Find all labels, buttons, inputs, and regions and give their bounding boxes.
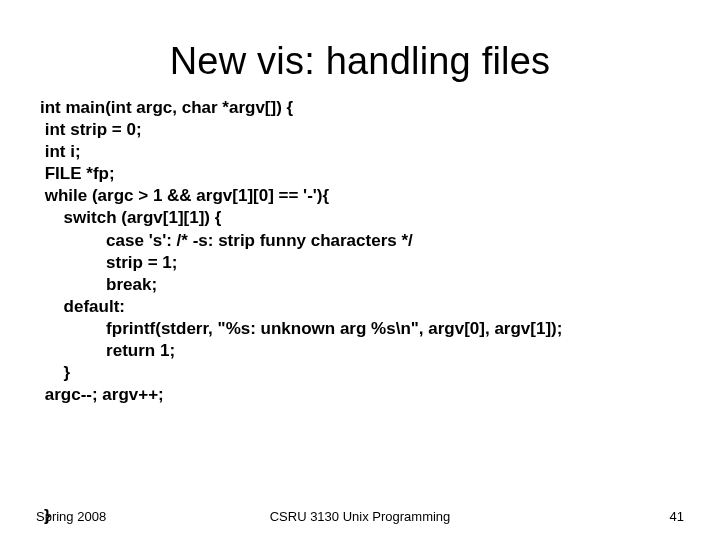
code-line: int main(int argc, char *argv[]) { <box>40 97 680 119</box>
code-block: int main(int argc, char *argv[]) { int s… <box>40 97 680 406</box>
code-line: default: <box>40 296 680 318</box>
code-line: int i; <box>40 141 680 163</box>
code-line: strip = 1; <box>40 252 680 274</box>
slide-title: New vis: handling files <box>40 40 680 83</box>
code-line: while (argc > 1 && argv[1][0] == '-'){ <box>40 185 680 207</box>
code-line: return 1; <box>40 340 680 362</box>
code-line: FILE *fp; <box>40 163 680 185</box>
footer-date: Spring 2008 <box>36 509 106 524</box>
footer: Spring 2008 CSRU 3130 Unix Programming 4… <box>0 509 720 524</box>
code-line: break; <box>40 274 680 296</box>
code-line: argc--; argv++; <box>40 384 680 406</box>
code-line: fprintf(stderr, "%s: unknown arg %s\n", … <box>40 318 680 340</box>
code-line: switch (argv[1][1]) { <box>40 207 680 229</box>
code-line: int strip = 0; <box>40 119 680 141</box>
slide: New vis: handling files int main(int arg… <box>0 0 720 540</box>
code-line: case 's': /* -s: strip funny characters … <box>40 230 680 252</box>
footer-course: CSRU 3130 Unix Programming <box>270 509 451 524</box>
code-line: } <box>40 362 680 384</box>
page-number: 41 <box>670 509 684 524</box>
